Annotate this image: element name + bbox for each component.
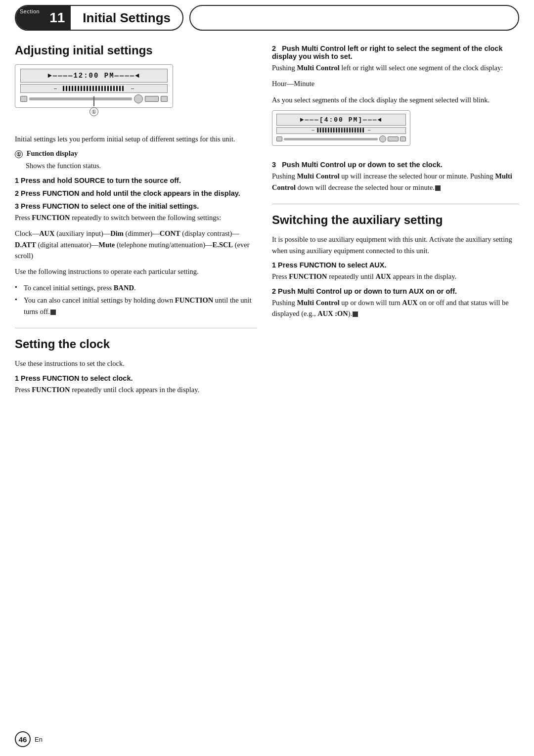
clock-intro: Use these instructions to set the clock. [15,358,257,369]
step1-bold: 1 Press and hold SOURCE to turn the sour… [15,177,181,184]
step3-heading: 3 Press FUNCTION to select one of the in… [15,202,257,210]
page-number: 46 [15,731,31,747]
btn2-far-right [400,136,406,141]
step2-bold: 2 Press FUNCTION and hold until the cloc… [15,189,240,197]
clock-step1-bold: 1 Press FUNCTION to select clock. [15,374,133,382]
intro-text: Initial settings lets you perform initia… [15,133,257,144]
device-screen: ►————12:00 PM————◄ [20,69,168,83]
device-screen2-sub: — ▌▌▌▌▌▌▌▌▌▌▌▌▌▌▌▌▌▌ — [276,127,406,134]
right-step2-body2: Hour—Minute [272,78,519,89]
divider2 [272,204,519,204]
right-column: 2 Push Multi Control left or right to se… [272,40,519,400]
stop-icon2 [435,185,441,191]
btn-right [145,96,159,102]
right-step3-heading: 3 Push Multi Control up or down to set t… [272,161,519,169]
device-screen-sub: — ▌▌▌▌▌▌▌▌▌▌▌▌▌▌▌▌▌▌▌▌▌ — [20,84,168,93]
btn2-right [388,136,399,141]
aux-heading: Switching the auxiliary setting [272,213,519,227]
section-title: Initial Settings [71,10,182,26]
adjusting-heading: Adjusting initial settings [15,44,257,57]
bullet-item-2: You can also cancel initial settings by … [15,295,257,317]
device-image-section: ►————12:00 PM————◄ — ▌▌▌▌▌▌▌▌▌▌▌▌▌▌▌▌▌▌▌… [15,64,257,116]
screen-text2: ►———[4:00 PM]———◄ [300,116,383,124]
header-right-box [189,5,519,31]
aux-intro: It is possible to use auxiliary equipmen… [272,234,519,256]
aux-step2-heading: 2 Push Multi Control up or down to turn … [272,287,519,295]
device-screen2: ►———[4:00 PM]———◄ [276,114,406,126]
bullet-list: To cancel initial settings, press BAND. … [15,282,257,317]
screen-text: ►————12:00 PM————◄ [47,72,140,80]
right-step3-body: Pushing Multi Control up will increase t… [272,171,519,193]
aux-step2-body: Pushing Multi Control up or down will tu… [272,297,519,319]
step3-bold: 3 Press FUNCTION to select one of the in… [15,202,199,210]
knob2 [379,135,386,142]
aux-step1-bold: 1 Press FUNCTION to select AUX. [272,261,387,269]
header: Section 11 Initial Settings [0,0,534,31]
step3-body1: Press FUNCTION repeatedly to switch betw… [15,212,257,223]
right-step2-body1: Pushing Multi Control left or right will… [272,62,519,73]
device-image2-section: ►———[4:00 PM]———◄ — ▌▌▌▌▌▌▌▌▌▌▌▌▌▌▌▌▌▌ — [272,110,519,152]
func-display-bold: Function display [27,149,78,157]
step2-heading: 2 Press FUNCTION and hold until the cloc… [15,189,257,197]
screen-sub-text: — ▌▌▌▌▌▌▌▌▌▌▌▌▌▌▌▌▌▌▌▌▌ — [54,86,134,91]
section-number: 11 [44,6,71,30]
device-image: ►————12:00 PM————◄ — ▌▌▌▌▌▌▌▌▌▌▌▌▌▌▌▌▌▌▌… [15,64,173,108]
clock-heading: Setting the clock [15,337,257,351]
clock-step1-heading: 1 Press FUNCTION to select clock. [15,374,257,382]
connector-line [93,96,94,106]
section-badge: Section 11 Initial Settings [15,5,183,31]
screen2-sub-text: — ▌▌▌▌▌▌▌▌▌▌▌▌▌▌▌▌▌▌ — [312,128,371,133]
func-display-label: ① Function display [15,149,257,158]
slider2 [284,138,378,140]
left-column: Adjusting initial settings ►————12:00 PM… [15,40,257,400]
stop-icon [50,310,56,315]
func-display-desc: Shows the function status. [15,160,257,171]
right-step2-heading: 2 Push Multi Control left or right to se… [272,44,519,60]
right-step2-body3: As you select segments of the clock disp… [272,94,519,105]
footer-language: En [35,736,43,743]
stop-icon3 [353,311,358,317]
aux-step1-body: Press FUNCTION repeatedly until AUX appe… [272,271,519,282]
aux-step1-heading: 1 Press FUNCTION to select AUX. [272,261,519,269]
slider [29,97,132,100]
btn-far-right [161,96,168,102]
circle-1: ① [15,150,23,158]
btn-left [20,96,27,102]
footer: 46 En [15,731,43,747]
clock-step1-body: Press FUNCTION repeatedly until clock ap… [15,384,257,395]
main-content: Adjusting initial settings ►————12:00 PM… [0,40,534,400]
divider [15,328,257,328]
connector-label: ① [89,107,98,116]
device-image2: ►———[4:00 PM]———◄ — ▌▌▌▌▌▌▌▌▌▌▌▌▌▌▌▌▌▌ — [272,110,410,146]
btn2-left [276,136,282,141]
knob [134,94,143,103]
section-label: Section [16,6,44,30]
connector: ① [89,96,98,116]
aux-step2-bold: 2 Push Multi Control up or down to turn … [272,287,457,295]
step3-settings: Clock—AUX (auxiliary input)—Dim (dimmer)… [15,228,257,261]
device2-buttons [276,135,406,142]
bullet-item-1: To cancel initial settings, press BAND. [15,282,257,293]
step3-body2: Use the following instructions to operat… [15,266,257,277]
step1-heading: 1 Press and hold SOURCE to turn the sour… [15,177,257,184]
